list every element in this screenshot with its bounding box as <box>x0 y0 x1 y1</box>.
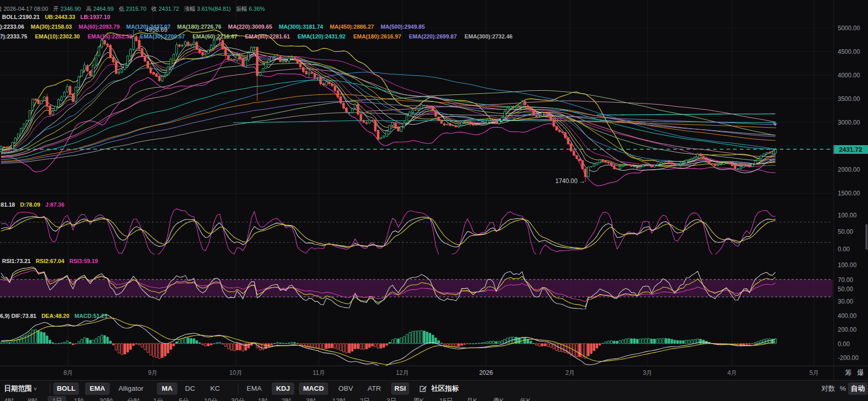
svg-text:爆: 爆 <box>857 369 864 376</box>
svg-text:4000.00: 4000.00 <box>838 72 860 79</box>
svg-text:5月: 5月 <box>810 369 819 376</box>
svg-text:8月: 8月 <box>64 369 73 376</box>
svg-text:2月: 2月 <box>566 369 575 376</box>
svg-text:12月: 12月 <box>396 369 409 376</box>
svg-text:50.00: 50.00 <box>838 228 853 235</box>
svg-text:3000.00: 3000.00 <box>838 119 860 126</box>
svg-text:1500.00: 1500.00 <box>838 190 860 197</box>
svg-text:100.00: 100.00 <box>838 262 857 269</box>
svg-text:2000.00: 2000.00 <box>838 166 860 173</box>
svg-text:1740.00 →: 1740.00 → <box>555 177 586 185</box>
svg-text:5000.00: 5000.00 <box>838 25 860 32</box>
svg-text:0.00: 0.00 <box>838 340 850 348</box>
svg-text:10月: 10月 <box>229 369 242 376</box>
svg-text:70.00: 70.00 <box>838 276 853 284</box>
svg-text:50.00: 50.00 <box>838 286 853 293</box>
svg-text:筹: 筹 <box>845 369 852 376</box>
svg-text:2431.72: 2431.72 <box>839 146 862 153</box>
svg-text:9月: 9月 <box>148 369 158 376</box>
svg-text:3月: 3月 <box>643 369 653 376</box>
svg-text:30.00: 30.00 <box>838 298 853 305</box>
svg-text:200.00: 200.00 <box>838 326 857 333</box>
svg-text:4500.00: 4500.00 <box>838 48 860 55</box>
svg-text:11月: 11月 <box>313 369 325 376</box>
svg-text:-200.00: -200.00 <box>838 354 859 362</box>
svg-text:0.00: 0.00 <box>838 246 850 253</box>
svg-text:2026: 2026 <box>479 369 493 376</box>
svg-text:4月: 4月 <box>728 369 737 376</box>
svg-text:3500.00: 3500.00 <box>838 95 860 103</box>
svg-text:100.00: 100.00 <box>838 212 857 219</box>
svg-text:400.00: 400.00 <box>838 312 857 319</box>
